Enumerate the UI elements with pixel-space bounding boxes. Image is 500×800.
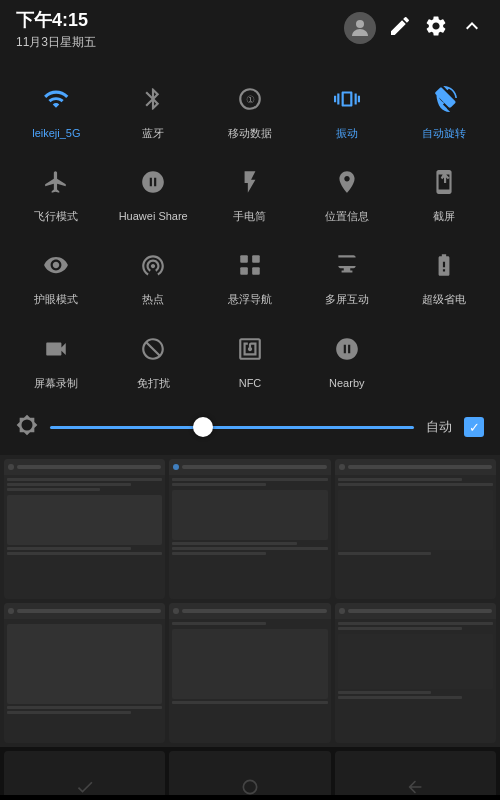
toggle-hotspot[interactable]: 热点 [105,233,202,316]
status-bar: 下午4:15 11月3日星期五 [0,0,500,55]
huawei-share-icon [131,160,175,204]
hotspot-label: 热点 [142,293,164,306]
dnd-label: 免打扰 [137,377,170,390]
toggle-multi-screen[interactable]: 多屏互动 [298,233,395,316]
toggle-dnd[interactable]: 免打扰 [105,317,202,400]
expand-icon[interactable] [460,14,484,43]
brightness-row: 自动 ✓ [0,404,500,455]
toggle-screenshot[interactable]: 截屏 [395,150,492,233]
bluetooth-icon [131,77,175,121]
multi-screen-label: 多屏互动 [325,293,369,306]
flashlight-icon [228,160,272,204]
huawei-share-label: Huawei Share [119,210,188,223]
power-save-icon [422,243,466,287]
thumbnail-3[interactable] [335,459,496,599]
avatar-icon[interactable] [344,12,376,44]
auto-rotate-label: 自动旋转 [422,127,466,140]
floating-nav-icon [228,243,272,287]
dock-thumb-2[interactable] [169,751,330,795]
toggle-nfc[interactable]: NFC [202,317,299,400]
toggle-power-save[interactable]: 超级省电 [395,233,492,316]
toggle-grid: leikeji_5G蓝牙①移动数据振动自动旋转飞行模式Huawei Share手… [0,63,500,404]
location-label: 位置信息 [325,210,369,223]
status-icons [344,12,484,44]
airplane-icon [34,160,78,204]
vibration-icon [325,77,369,121]
toggle-auto-rotate[interactable]: 自动旋转 [395,67,492,150]
svg-rect-6 [252,268,260,276]
toggle-airplane[interactable]: 飞行模式 [8,150,105,233]
mobile-data-label: 移动数据 [228,127,272,140]
toggle-nearby[interactable]: Nearby [298,317,395,400]
edit-icon[interactable] [388,14,412,43]
power-save-label: 超级省电 [422,293,466,306]
svg-point-0 [356,20,364,28]
screen-record-icon [34,327,78,371]
vibration-label: 振动 [336,127,358,140]
nearby-label: Nearby [329,377,364,390]
toggle-eye-comfort[interactable]: 护眼模式 [8,233,105,316]
thumbnail-1[interactable] [4,459,165,599]
thumbnail-6[interactable] [335,603,496,743]
location-icon [325,160,369,204]
brightness-slider[interactable] [50,417,414,437]
hotspot-icon [131,243,175,287]
toggle-bluetooth[interactable]: 蓝牙 [105,67,202,150]
nearby-icon [325,327,369,371]
svg-rect-4 [252,256,260,264]
floating-nav-label: 悬浮导航 [228,293,272,306]
brightness-icon [16,414,38,441]
screenshot-icon [422,160,466,204]
status-date: 11月3日星期五 [16,34,96,51]
auto-rotate-icon [422,77,466,121]
flashlight-label: 手电筒 [233,210,266,223]
toggle-vibration[interactable]: 振动 [298,67,395,150]
toggle-location[interactable]: 位置信息 [298,150,395,233]
thumbnail-2[interactable] [169,459,330,599]
eye-comfort-icon [34,243,78,287]
thumbnail-grid [0,455,500,747]
nfc-icon [228,327,272,371]
wifi-label: leikeji_5G [32,127,80,140]
toggle-flashlight[interactable]: 手电筒 [202,150,299,233]
bluetooth-label: 蓝牙 [142,127,164,140]
airplane-label: 飞行模式 [34,210,78,223]
nfc-label: NFC [239,377,262,390]
dock-thumb-1[interactable] [4,751,165,795]
bottom-dock [0,747,500,795]
wifi-icon [34,77,78,121]
thumbnail-4[interactable] [4,603,165,743]
svg-point-7 [243,780,256,793]
svg-rect-3 [240,256,248,264]
mobile-data-icon: ① [228,77,272,121]
svg-rect-5 [240,268,248,276]
toggle-floating-nav[interactable]: 悬浮导航 [202,233,299,316]
background-content [0,455,500,795]
toggle-huawei-share[interactable]: Huawei Share [105,150,202,233]
dock-thumb-3[interactable] [335,751,496,795]
status-time: 下午4:15 [16,8,96,32]
svg-text:①: ① [245,94,254,105]
screen-record-label: 屏幕录制 [34,377,78,390]
settings-icon[interactable] [424,14,448,43]
toggle-screen-record[interactable]: 屏幕录制 [8,317,105,400]
brightness-thumb[interactable] [193,417,213,437]
thumbnail-5[interactable] [169,603,330,743]
toggle-mobile-data[interactable]: ①移动数据 [202,67,299,150]
quick-settings-panel: leikeji_5G蓝牙①移动数据振动自动旋转飞行模式Huawei Share手… [0,55,500,455]
toggle-wifi[interactable]: leikeji_5G [8,67,105,150]
eye-comfort-label: 护眼模式 [34,293,78,306]
brightness-auto-checkbox[interactable]: ✓ [464,417,484,437]
screenshot-label: 截屏 [433,210,455,223]
dnd-icon [131,327,175,371]
multi-screen-icon [325,243,369,287]
brightness-auto-label: 自动 [426,418,452,436]
